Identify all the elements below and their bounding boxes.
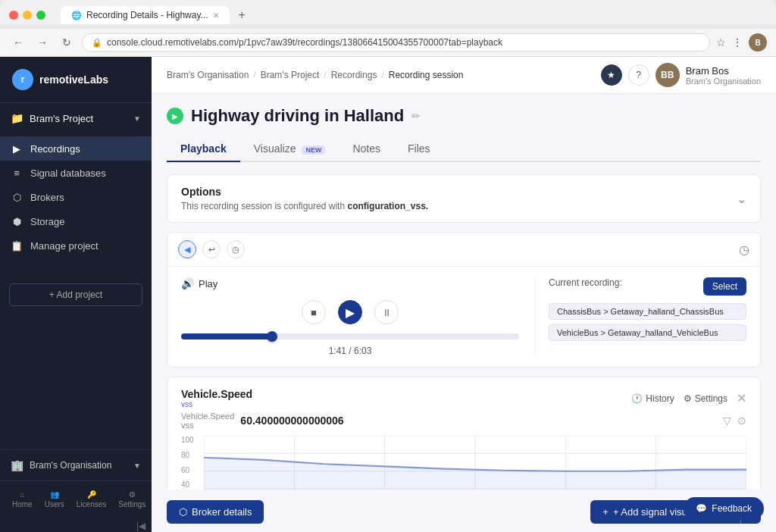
breadcrumb-project[interactable]: Bram's Project [261, 70, 320, 80]
expand-icon[interactable]: ⊙ [737, 415, 746, 427]
page-title-row: ▶ Highway driving in Halland ✏ [167, 106, 761, 126]
sidebar-label-recordings: Recordings [30, 143, 80, 155]
play-label: 🔊 Play [181, 277, 519, 289]
sidebar-project[interactable]: 📁 Bram's Project ▼ [0, 103, 152, 133]
y-label-100: 100 [181, 436, 201, 444]
chart-signal-sub: vss [181, 421, 234, 430]
maximize-button[interactable] [36, 11, 45, 20]
sidebar: r remotiveLabs 📁 Bram's Project ▼ ▶ Reco… [0, 57, 152, 532]
current-time: 1:41 [329, 346, 346, 356]
sidebar-item-signal-databases[interactable]: ≡ Signal databases [0, 161, 152, 185]
recording-tag-2: VehicleBus > Getaway_halland_VehicleBus [549, 324, 746, 341]
sidebar-bottom-settings[interactable]: ⚙ Settings [112, 487, 152, 512]
feedback-button[interactable]: 💬 Feedback [684, 497, 764, 520]
project-arrow-icon: ▼ [133, 114, 141, 123]
add-signal-plus-icon: + [602, 506, 609, 518]
refresh-button[interactable]: ↻ [58, 33, 76, 52]
tab-notes[interactable]: Notes [339, 136, 394, 161]
tabs: Playback Visualize NEW Notes Files [167, 136, 761, 162]
select-button[interactable]: Select [703, 277, 746, 296]
recordings-icon: ▶ [11, 142, 23, 155]
sidebar-label-storage: Storage [30, 216, 65, 227]
current-recording-label: Current recording: [549, 277, 622, 288]
tab-playback[interactable]: Playback [167, 136, 240, 162]
bottom-bar: ⬡ Broker details + + Add signal visualiz… [152, 490, 776, 532]
options-chevron-icon[interactable]: ⌄ [737, 192, 746, 206]
licenses-icon: 🔑 [87, 490, 96, 499]
collapse-icon[interactable]: |◀ [136, 521, 146, 531]
address-bar[interactable]: 🔒 console.cloud.remotivelabs.com/p/1pvc7… [82, 33, 710, 52]
signal-db-icon: ≡ [11, 167, 23, 179]
sidebar-item-brokers[interactable]: ⬡ Brokers [0, 185, 152, 209]
new-tab-button[interactable]: + [233, 7, 252, 23]
page-body: ▶ Highway driving in Halland ✏ Playback … [152, 94, 776, 490]
breadcrumb-sep-3: / [381, 70, 383, 80]
back-button[interactable]: ← [9, 33, 27, 52]
active-tab[interactable]: 🌐 Recording Details - Highway... ✕ [61, 6, 230, 24]
sidebar-item-manage-project[interactable]: 📋 Manage project [0, 233, 152, 258]
sidebar-org[interactable]: 🏢 Bram's Organisation ▼ [0, 449, 152, 480]
settings-label: Settings [695, 393, 728, 404]
sidebar-label-brokers: Brokers [30, 192, 64, 203]
progress-bar-fill [181, 333, 272, 340]
y-label-40: 40 [181, 480, 201, 489]
filter-icon[interactable]: ▽ [723, 415, 731, 427]
total-time: 6:03 [354, 346, 371, 356]
y-label-60: 60 [181, 466, 201, 474]
sidebar-collapse[interactable]: |◀ [0, 518, 152, 532]
breadcrumb-recordings[interactable]: Recordings [331, 70, 377, 80]
settings-label: Settings [118, 500, 146, 509]
progress-bar[interactable] [181, 333, 519, 340]
close-button[interactable] [9, 11, 18, 20]
sidebar-bottom-home[interactable]: ⌂ Home [6, 487, 39, 512]
user-avatar-small[interactable]: B [749, 33, 767, 52]
star-icon[interactable]: ☆ [716, 36, 726, 49]
settings-button[interactable]: ⚙ Settings [684, 393, 728, 404]
tab-bar: 🌐 Recording Details - Highway... ✕ + [61, 6, 252, 24]
sidebar-nav: ▶ Recordings ≡ Signal databases ⬡ Broker… [0, 133, 152, 274]
sidebar-item-storage[interactable]: ⬢ Storage [0, 209, 152, 233]
play-button[interactable]: ▶ [338, 300, 362, 324]
progress-knob[interactable] [267, 331, 277, 342]
edit-icon[interactable]: ✏ [411, 110, 421, 122]
chart-title: Vehicle.Speed [181, 388, 252, 400]
help-icon[interactable]: ? [628, 64, 649, 86]
history-icon: 🕐 [631, 393, 643, 404]
pause-button[interactable]: ⏸ [374, 300, 399, 324]
breadcrumb-org[interactable]: Bram's Organisation [167, 70, 249, 80]
time-display: 1:41 / 6:03 [181, 346, 519, 356]
player-icon-1[interactable]: ◀ [178, 240, 196, 258]
chart-title-block: Vehicle.Speed vss [181, 388, 252, 408]
player-icon-3[interactable]: ◷ [227, 240, 245, 258]
chart-card: Vehicle.Speed vss 🕐 History ⚙ Settings ✕ [167, 377, 761, 490]
chart-close-button[interactable]: ✕ [737, 391, 746, 405]
tab-files[interactable]: Files [394, 136, 444, 161]
y-label-80: 80 [181, 451, 201, 459]
tab-visualize[interactable]: Visualize NEW [240, 136, 340, 161]
history-button[interactable]: 🕐 History [631, 393, 674, 404]
user-org: Bram's Organisation [686, 77, 761, 86]
star-dark-icon[interactable]: ★ [601, 64, 622, 86]
sidebar-label-manage-project: Manage project [30, 240, 99, 252]
chart-signal-block: Vehicle.Speed vss [181, 412, 234, 430]
add-project-button[interactable]: + Add project [9, 283, 142, 306]
sidebar-item-recordings[interactable]: ▶ Recordings [0, 136, 152, 161]
minimize-button[interactable] [23, 11, 32, 20]
home-label: Home [12, 500, 33, 509]
player-icon-2[interactable]: ↩ [202, 240, 221, 258]
sidebar-bottom-icons: ⌂ Home 👥 Users 🔑 Licenses ⚙ Settings [0, 480, 152, 518]
control-buttons: ■ ▶ ⏸ [181, 300, 519, 324]
feedback-icon: 💬 [696, 503, 707, 514]
browser-toolbar: ← → ↻ 🔒 console.cloud.remotivelabs.com/p… [0, 29, 776, 57]
player-controls: 🔊 Play ■ ▶ ⏸ 1:41 [181, 277, 519, 356]
speaker-icon: 🔊 [181, 277, 194, 289]
user-info: BB Bram Bos Bram's Organisation [656, 63, 761, 87]
tab-close-icon[interactable]: ✕ [213, 11, 219, 20]
player-card: ◀ ↩ ◷ ◷ 🔊 Play ■ [167, 232, 761, 368]
menu-icon[interactable]: ⋮ [732, 36, 743, 49]
stop-button[interactable]: ■ [302, 300, 326, 324]
broker-details-button[interactable]: ⬡ Broker details [167, 500, 264, 524]
sidebar-bottom-licenses[interactable]: 🔑 Licenses [70, 487, 112, 512]
forward-button[interactable]: → [33, 33, 52, 52]
sidebar-bottom-users[interactable]: 👥 Users [39, 487, 70, 512]
